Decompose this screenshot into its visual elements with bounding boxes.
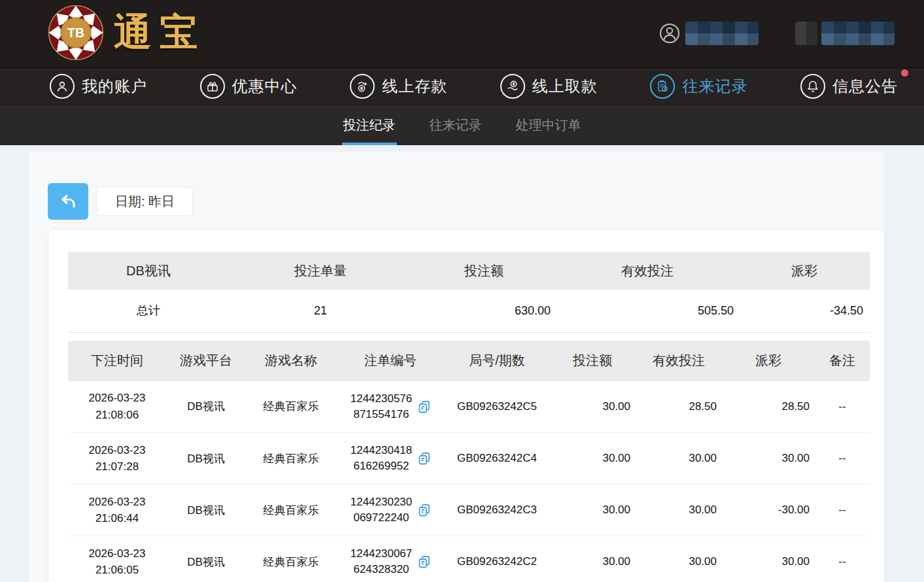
nav-item-my-account[interactable]: 我的账户	[50, 74, 147, 99]
brand-logo[interactable]: TB 通宝	[47, 4, 205, 61]
poker-chip-icon: TB	[47, 4, 105, 61]
nav-label: 信息公告	[832, 76, 898, 97]
nav-item-promotions[interactable]: 优惠中心	[200, 74, 298, 99]
summary-valid-bet: 505.50	[556, 290, 739, 332]
cell-bet-id: 1244230230069722240	[336, 485, 445, 536]
col-bet-amount: 投注额	[549, 341, 636, 381]
svg-text:TB: TB	[67, 26, 84, 40]
cell-bet-time: 2026-03-2321:06:44	[68, 485, 166, 536]
content-area: 日期: 昨日 DB视讯 投注单量 投注额 有效投注 派彩 总计 21 630.0…	[0, 145, 924, 582]
copy-icon[interactable]	[417, 503, 432, 517]
records-header-row: 下注时间 游戏平台 游戏名称 注单编号 局号/期数 投注额 有效投注 派彩 备注	[68, 341, 870, 381]
nav-item-withdraw[interactable]: 线上取款	[500, 74, 598, 99]
summary-total-label: 总计	[68, 290, 229, 332]
tab-transaction-records[interactable]: 往来记录	[428, 105, 483, 145]
table-row: 2026-03-2321:06:05 DB视讯 经典百家乐 1244230067…	[68, 536, 870, 582]
cell-platform: DB视讯	[166, 381, 246, 433]
summary-payout: -34.50	[739, 290, 870, 332]
deposit-icon	[350, 74, 375, 99]
censored-balance	[821, 22, 895, 45]
summary-table: DB视讯 投注单量 投注额 有效投注 派彩 总计 21 630.00 505.5…	[68, 252, 870, 333]
cell-bet-time: 2026-03-2321:08:06	[68, 381, 166, 433]
summary-header-bet-amount: 投注额	[412, 252, 556, 290]
nav-label: 我的账户	[82, 76, 147, 97]
cell-bet-time: 2026-03-2321:07:28	[68, 433, 166, 485]
cell-platform: DB视讯	[166, 536, 246, 582]
brand-name: 通宝	[114, 7, 205, 58]
copy-icon[interactable]	[417, 451, 432, 466]
cell-note: --	[815, 433, 870, 485]
col-platform: 游戏平台	[166, 341, 246, 381]
cell-valid-bet: 28.50	[636, 381, 722, 433]
cell-bet-amount: 30.00	[549, 485, 636, 536]
col-valid-bet: 有效投注	[636, 341, 722, 381]
cell-platform: DB视讯	[166, 433, 246, 485]
date-filter[interactable]: 日期: 昨日	[97, 187, 193, 216]
nav-item-announcements[interactable]: 信息公告	[800, 74, 898, 99]
cell-platform: DB视讯	[166, 485, 246, 536]
tab-label: 处理中订单	[516, 116, 581, 134]
top-bar: TB 通宝	[0, 0, 924, 67]
censored-currency	[795, 22, 817, 45]
table-row: 2026-03-2321:08:06 DB视讯 经典百家乐 1244230576…	[68, 381, 870, 433]
cell-bet-id: 1244230576871554176	[336, 381, 445, 433]
notification-dot	[901, 69, 908, 77]
cell-valid-bet: 30.00	[636, 536, 722, 582]
censored-username	[685, 22, 759, 45]
cell-game: 经典百家乐	[246, 381, 336, 433]
col-bet-id: 注单编号	[336, 341, 445, 381]
toolbar: 日期: 昨日	[48, 183, 193, 220]
nav-item-deposit[interactable]: 线上存款	[350, 74, 447, 99]
tab-bet-records[interactable]: 投注纪录	[342, 105, 397, 145]
summary-header-platform: DB视讯	[68, 252, 229, 290]
nav-label: 线上存款	[382, 76, 447, 97]
cell-valid-bet: 30.00	[636, 485, 722, 536]
sub-nav: 投注纪录 往来记录 处理中订单	[0, 105, 924, 145]
summary-header-row: DB视讯 投注单量 投注额 有效投注 派彩	[68, 252, 870, 290]
cell-bet-id: 1244230067624328320	[336, 536, 445, 582]
nav-item-transaction-records[interactable]: 往来记录	[650, 74, 747, 99]
cell-payout: -30.00	[722, 485, 815, 536]
cell-round: GB09263242C2	[445, 536, 549, 582]
bell-icon	[800, 74, 825, 99]
cell-bet-amount: 30.00	[549, 381, 636, 433]
cell-valid-bet: 30.00	[636, 433, 722, 485]
main-nav: 我的账户 优惠中心 线上存款 线上取款	[0, 67, 924, 105]
col-bet-time: 下注时间	[68, 341, 166, 381]
cell-bet-id: 1244230418616269952	[336, 433, 445, 485]
col-round: 局号/期数	[445, 341, 549, 381]
cell-game: 经典百家乐	[246, 536, 336, 582]
records-icon	[650, 74, 675, 99]
nav-label: 线上取款	[532, 76, 598, 97]
table-row: 2026-03-2321:07:28 DB视讯 经典百家乐 1244230418…	[68, 433, 870, 485]
nav-label: 往来记录	[682, 76, 747, 97]
tab-label: 往来记录	[430, 116, 482, 134]
tab-processing-orders[interactable]: 处理中订单	[515, 105, 583, 145]
cell-bet-amount: 30.00	[549, 536, 636, 582]
back-arrow-icon	[58, 191, 78, 212]
user-area	[659, 22, 895, 45]
withdraw-icon	[500, 74, 525, 99]
gift-icon	[200, 74, 225, 99]
col-game-name: 游戏名称	[246, 341, 336, 381]
cell-note: --	[815, 381, 870, 433]
cell-payout: 28.50	[722, 381, 815, 433]
cell-bet-time: 2026-03-2321:06:05	[68, 536, 166, 582]
summary-bet-amount: 630.00	[412, 290, 556, 332]
back-button[interactable]	[48, 183, 88, 220]
cell-round: GB09263242C3	[445, 485, 549, 536]
user-avatar-icon[interactable]	[659, 23, 680, 44]
nav-label: 优惠中心	[232, 76, 298, 97]
cell-note: --	[815, 536, 870, 582]
table-row: 2026-03-2321:06:44 DB视讯 经典百家乐 1244230230…	[68, 485, 870, 536]
records-panel: DB视讯 投注单量 投注额 有效投注 派彩 总计 21 630.00 505.5…	[49, 230, 884, 582]
tab-label: 投注纪录	[343, 116, 396, 134]
summary-header-valid-bet: 有效投注	[556, 252, 739, 290]
copy-icon[interactable]	[417, 400, 432, 414]
cell-payout: 30.00	[722, 433, 815, 485]
copy-icon[interactable]	[417, 555, 432, 569]
col-note: 备注	[815, 341, 870, 381]
cell-bet-amount: 30.00	[549, 433, 636, 485]
summary-header-payout: 派彩	[739, 252, 870, 290]
date-filter-label: 日期: 昨日	[115, 193, 175, 211]
